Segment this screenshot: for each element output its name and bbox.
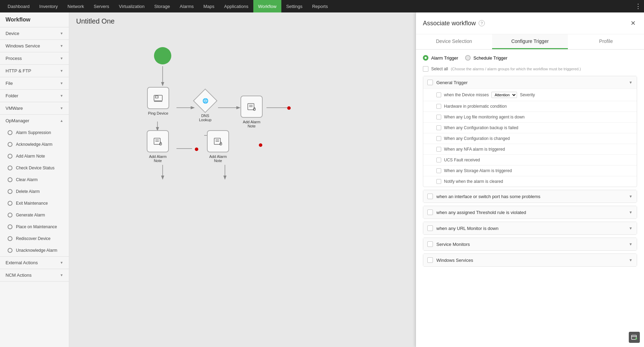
nav-item-inventory[interactable]: Inventory [35,0,63,12]
sidebar-item-alarm-suppression[interactable]: Alarm Suppression [0,127,69,139]
sidebar-group-ncm-actions: NCM Actions▼ [0,269,69,282]
nav-item-workflow[interactable]: Workflow [253,0,281,12]
sidebar-item-rediscover-device[interactable]: Rediscover Device [0,233,69,244]
schedule-trigger-option[interactable]: Schedule Trigger [465,55,507,61]
trigger-group-header-0[interactable]: General Trigger ▼ [423,76,637,89]
trigger-group-2: when any assigned Threshold rule is viol… [423,206,637,219]
chevron-down-icon: ▼ [60,69,63,73]
sidebar-group-file: File▼ [0,77,69,90]
trigger-group-header-3[interactable]: when any URL Monitor is down ▼ [423,222,637,234]
canvas-area: Untitled One [69,12,644,347]
trigger-type-row: Alarm Trigger Schedule Trigger [423,55,637,61]
alarm-trigger-radio[interactable] [423,55,428,61]
dns-lookup-node[interactable]: 🌐 DNSLookup [193,89,217,122]
more-options-icon[interactable]: ⋮ [635,2,641,10]
sidebar-item-check-device-status[interactable]: Check Device Status [0,162,69,174]
trigger-item-checkbox[interactable] [436,115,441,119]
nav-item-virtualization[interactable]: Virtualization [114,0,149,12]
dns-lookup-shape: 🌐 [193,89,217,113]
trigger-item-checkbox[interactable] [436,158,441,162]
trigger-group-checkbox-0[interactable] [427,80,433,85]
nav-item-network[interactable]: Network [63,0,89,12]
severity-select[interactable]: AttentionCriticalWarning [491,92,517,98]
trigger-group-0: General Trigger ▼ when the Device misses… [423,76,637,187]
sidebar-group-header-external-actions[interactable]: External Actions▼ [0,257,69,269]
nav-item-alarms[interactable]: Alarms [175,0,198,12]
trigger-item-checkbox[interactable] [436,92,441,97]
sidebar-group-header-opmanager[interactable]: OpManager▲ [0,115,69,127]
sidebar-group-device: Device▼ [0,27,69,40]
nav-item-applications[interactable]: Applications [219,0,253,12]
connector-dot-2 [195,148,198,151]
sidebar-group-process: Process▼ [0,52,69,65]
trigger-group-checkbox-1[interactable] [427,194,433,199]
sidebar-group-opmanager: OpManager▲Alarm SuppressionAcknowledge A… [0,115,69,257]
sidebar-item-place-on-maintenance[interactable]: Place on Maintenance [0,221,69,233]
sidebar-group-header-vmware[interactable]: VMWare▼ [0,102,69,114]
sidebar-item-label: Generate Alarm [16,213,45,217]
sidebar-item-label: Clear Alarm [16,177,38,182]
add-alarm-note-bl-node[interactable]: Add AlarmNote [147,130,169,163]
chevron-up-icon: ▼ [629,80,633,84]
sidebar-group-header-ncm-actions[interactable]: NCM Actions▼ [0,269,69,281]
tab-profile[interactable]: Profile [568,34,644,49]
tab-configure-trigger[interactable]: Configure Trigger [492,34,568,49]
sidebar-item-delete-alarm[interactable]: Delete Alarm [0,186,69,197]
chevron-up-icon: ▲ [60,119,63,123]
schedule-trigger-label: Schedule Trigger [473,55,507,61]
nav-item-settings[interactable]: Settings [281,0,307,12]
close-button[interactable]: ✕ [629,18,637,28]
add-alarm-note-br-node[interactable]: Add AlarmNote [207,130,229,163]
trigger-item-0-7: When any Storage Alarm is triggered [423,165,637,176]
trigger-item-checkbox[interactable] [436,179,441,184]
nav-item-dashboard[interactable]: Dashboard [3,0,35,12]
trigger-group-header-2[interactable]: when any assigned Threshold rule is viol… [423,206,637,219]
sidebar-group-header-file[interactable]: File▼ [0,77,69,89]
sidebar-group-header-device[interactable]: Device▼ [0,27,69,39]
nav-item-reports[interactable]: Reports [307,0,333,12]
ping-device-node[interactable]: Ping Device [147,87,169,115]
sidebar-item-add-alarm-note[interactable]: Add Alarm Note [0,150,69,162]
trigger-group-header-4[interactable]: Service Monitors ▼ [423,238,637,250]
trigger-item-checkbox[interactable] [436,147,441,152]
trigger-item-text: Hardware in problematic condition [444,104,507,109]
trigger-item-checkbox[interactable] [436,168,441,173]
panel-bottom-icon[interactable] [629,332,640,343]
trigger-group-header-1[interactable]: when an interface or switch port has som… [423,190,637,203]
trigger-group-label-5: Windows Services [436,258,629,263]
sidebar-item-clear-alarm[interactable]: Clear Alarm [0,174,69,186]
sidebar-item-unacknowledge-alarm[interactable]: Unacknowledge Alarm [0,244,69,256]
tab-device-selection[interactable]: Device Selection [416,34,492,49]
trigger-item-text: When any Log file monitoring agent is do… [444,115,525,119]
sidebar-item-acknowledge-alarm[interactable]: Acknowledge Alarm [0,139,69,150]
trigger-group-checkbox-3[interactable] [427,225,433,231]
sidebar-group-header-windows-service[interactable]: Windows Service▼ [0,40,69,52]
trigger-item-checkbox[interactable] [436,136,441,141]
nav-item-storage[interactable]: Storage [149,0,175,12]
trigger-group-header-5[interactable]: Windows Services ▼ [423,254,637,266]
sidebar-group-header-process[interactable]: Process▼ [0,52,69,64]
sidebar-item-generate-alarm[interactable]: Generate Alarm [0,209,69,221]
trigger-group-label-2: when any assigned Threshold rule is viol… [436,210,629,215]
chevron-down-icon: ▼ [629,226,633,230]
nav-item-servers[interactable]: Servers [89,0,114,12]
sidebar-group-header-folder[interactable]: Folder▼ [0,90,69,102]
trigger-group-checkbox-4[interactable] [427,241,433,247]
sidebar-item-exit-maintenance[interactable]: Exit Maintenance [0,197,69,209]
trigger-group-checkbox-5[interactable] [427,257,433,263]
help-icon[interactable]: ? [479,20,485,26]
nav-item-maps[interactable]: Maps [199,0,219,12]
trigger-item-checkbox[interactable] [436,104,441,109]
alarm-trigger-option[interactable]: Alarm Trigger [423,55,458,61]
trigger-item-checkbox[interactable] [436,125,441,130]
schedule-trigger-radio[interactable] [465,55,471,61]
select-all-checkbox[interactable] [423,66,428,72]
sidebar-group-header-http-&-ftp[interactable]: HTTP & FTP▼ [0,65,69,77]
start-node[interactable] [154,47,171,64]
trigger-group-checkbox-2[interactable] [427,210,433,215]
add-alarm-note-top-node[interactable]: Add AlarmNote [241,96,263,128]
sidebar-item-icon [7,153,13,159]
chevron-down-icon: ▼ [60,81,63,85]
trigger-item-text: When any Storage Alarm is triggered [444,168,512,173]
trigger-item-0-4: When any Configuration is changed [423,133,637,144]
